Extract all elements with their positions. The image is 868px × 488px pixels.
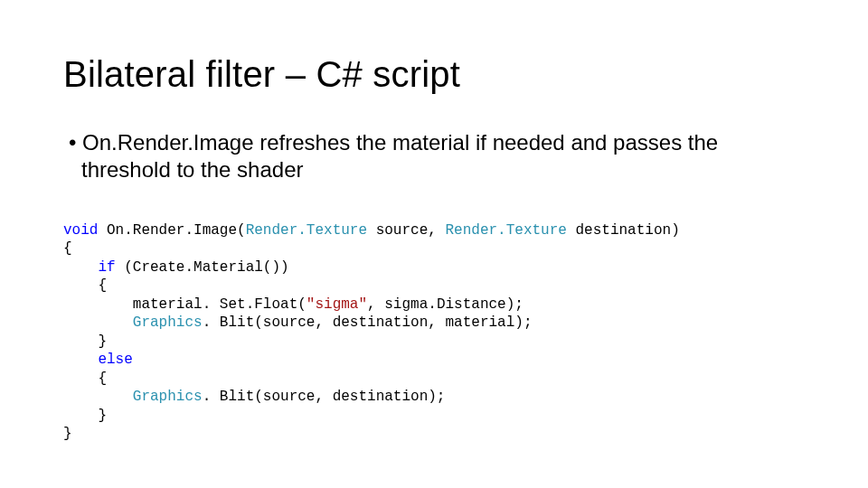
keyword-else: else <box>98 352 132 368</box>
code-text: material. Set.Float( <box>63 296 307 313</box>
code-text: , sigma.Distance); <box>367 296 524 313</box>
code-text <box>63 314 133 331</box>
code-text: . Blit(source, destination, material); <box>203 314 533 331</box>
code-text: } <box>63 333 107 350</box>
code-text: { <box>63 240 72 257</box>
type-rendertexture-1: Render.Texture <box>246 222 367 239</box>
code-text: (Create.Material()) <box>116 259 289 276</box>
code-text: On.Render.Image( <box>98 222 245 239</box>
bullet-text: On.Render.Image refreshes the material i… <box>63 129 805 183</box>
code-text <box>63 389 133 405</box>
code-text <box>63 352 98 368</box>
code-text: { <box>63 371 107 387</box>
code-text: . Blit(source, destination); <box>203 389 446 405</box>
type-graphics-1: Graphics <box>133 314 203 331</box>
code-text: destination) <box>567 222 680 239</box>
string-sigma: "sigma" <box>307 296 367 313</box>
code-text: } <box>63 426 72 442</box>
type-rendertexture-2: Render.Texture <box>445 222 566 239</box>
keyword-if: if <box>98 259 115 276</box>
type-graphics-2: Graphics <box>133 389 203 405</box>
code-text: { <box>63 277 107 294</box>
code-block: void On.Render.Image(Render.Texture sour… <box>63 221 805 444</box>
code-text <box>63 259 98 276</box>
keyword-void: void <box>63 222 98 239</box>
code-text: } <box>63 408 107 424</box>
slide-title: Bilateral filter – C# script <box>63 54 805 95</box>
code-text: source, <box>367 222 445 239</box>
slide: Bilateral filter – C# script On.Render.I… <box>0 0 868 488</box>
